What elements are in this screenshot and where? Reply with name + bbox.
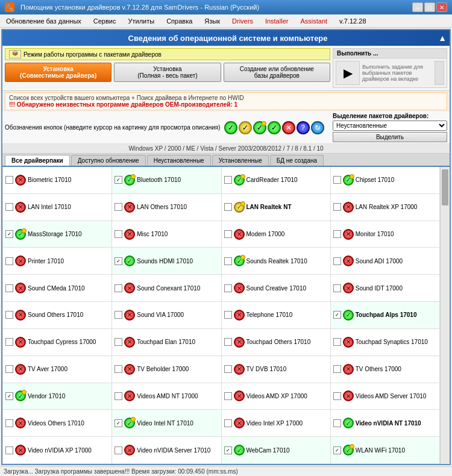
driver-cell[interactable]: ✕LAN Realtek XP 17000 — [331, 194, 440, 221]
driver-cell[interactable]: ✕Videos Others 17010 — [3, 410, 112, 437]
driver-checkbox[interactable] — [224, 392, 232, 400]
driver-checkbox[interactable] — [224, 176, 232, 184]
driver-checkbox[interactable] — [115, 284, 122, 292]
driver-cell[interactable]: ✕Videos AMD Server 17010 — [331, 383, 440, 410]
driver-cell[interactable]: ✕Sound VIA 17000 — [112, 302, 221, 329]
driver-cell[interactable]: ✕Modem 17000 — [222, 221, 331, 248]
mode-btn-full[interactable]: Установка(Полная - весь пакет) — [114, 63, 221, 82]
driver-checkbox[interactable] — [333, 257, 341, 265]
collapse-button[interactable]: ▲ — [438, 33, 447, 43]
driver-checkbox[interactable] — [333, 230, 341, 238]
driver-cell[interactable]: ✓Video nVIDIA NT 17010 — [331, 410, 440, 437]
driver-checkbox[interactable] — [5, 338, 13, 346]
driver-checkbox[interactable]: ✓ — [115, 257, 122, 265]
driver-cell[interactable]: ✕Sound Others 17010 — [3, 302, 112, 329]
driver-cell[interactable]: ✕TV DVB 17010 — [222, 356, 331, 383]
driver-checkbox[interactable] — [224, 257, 232, 265]
driver-checkbox[interactable] — [5, 419, 13, 427]
driver-checkbox[interactable]: ✓ — [5, 230, 13, 238]
mode-btn-compatible[interactable]: Установка(Совместимые драйвера) — [5, 63, 111, 82]
driver-cell[interactable]: ✕Biometric 17010 — [3, 167, 112, 194]
driver-cell[interactable]: ✕Touchpad Others 17010 — [222, 329, 331, 356]
driver-checkbox[interactable] — [333, 203, 341, 211]
driver-checkbox[interactable] — [333, 338, 341, 346]
driver-checkbox[interactable] — [115, 203, 122, 211]
driver-cell[interactable]: ✕Sound Conexant 17010 — [112, 275, 221, 302]
driver-cell[interactable]: ✓✓Video Intel NT 17010 — [112, 410, 221, 437]
driver-cell[interactable]: ✓✓WebCam 17010 — [222, 437, 331, 464]
driver-cell[interactable]: ✓LAN Realtek NT — [222, 194, 331, 221]
driver-checkbox[interactable] — [5, 365, 13, 373]
driver-checkbox[interactable] — [224, 338, 232, 346]
driver-checkbox[interactable] — [5, 311, 13, 319]
mode-btn-create[interactable]: Создание или обновлениебазы драйверов — [224, 63, 330, 82]
maximize-button[interactable]: □ — [424, 2, 435, 12]
driver-checkbox[interactable]: ✓ — [333, 311, 341, 319]
driver-checkbox[interactable]: ✓ — [224, 446, 232, 454]
driver-cell[interactable]: ✕Video Intel XP 17000 — [222, 410, 331, 437]
tab-all[interactable]: Все драйверпаки — [5, 155, 70, 166]
menu-utilities[interactable]: Утилиты — [124, 16, 158, 26]
driver-cell[interactable]: ✕Videos AMD XP 17000 — [222, 383, 331, 410]
tab-not-installed[interactable]: Неустановленные — [147, 155, 211, 166]
driver-cell[interactable]: ✕Monitor 17010 — [331, 221, 440, 248]
menu-update-db[interactable]: Обновление баз данных — [2, 16, 85, 26]
menu-help[interactable]: Справка — [163, 16, 196, 26]
driver-cell[interactable]: ✕TV Others 17000 — [331, 356, 440, 383]
driver-checkbox[interactable] — [224, 203, 232, 211]
driver-checkbox[interactable] — [224, 284, 232, 292]
driver-checkbox[interactable] — [5, 176, 13, 184]
menu-assistant[interactable]: Assistant — [297, 16, 331, 26]
driver-cell[interactable]: ✓✓Vendor 17010 — [3, 383, 112, 410]
menu-drivers[interactable]: Drivers — [228, 16, 257, 26]
menu-service[interactable]: Сервис — [90, 16, 120, 26]
driver-checkbox[interactable] — [333, 365, 341, 373]
driver-checkbox[interactable] — [115, 338, 122, 346]
driver-cell[interactable]: ✓Chipset 17010 — [331, 167, 440, 194]
driver-cell[interactable]: ✓Sounds Realtek 17010 — [222, 248, 331, 275]
driver-cell[interactable]: ✕Sound CMeda 17010 — [3, 275, 112, 302]
tab-no-db[interactable]: БД не создана — [270, 155, 324, 166]
driver-checkbox[interactable] — [333, 176, 341, 184]
driver-cell[interactable]: ✕Sound Creative 17010 — [222, 275, 331, 302]
scrollbar[interactable] — [440, 167, 450, 464]
driver-cell[interactable]: ✕TV Aver 17000 — [3, 356, 112, 383]
driver-checkbox[interactable]: ✓ — [5, 392, 13, 400]
driver-cell[interactable]: ✕LAN Others 17010 — [112, 194, 221, 221]
driver-checkbox[interactable] — [333, 392, 341, 400]
driver-cell[interactable]: ✕Telephone 17010 — [222, 302, 331, 329]
driver-checkbox[interactable] — [115, 365, 122, 373]
driver-checkbox[interactable] — [5, 284, 13, 292]
driver-cell[interactable]: ✕TV Beholder 17000 — [112, 356, 221, 383]
driver-checkbox[interactable] — [224, 365, 232, 373]
menu-language[interactable]: Язык — [201, 16, 224, 26]
select-button[interactable]: Выделить — [333, 132, 447, 142]
driver-cell[interactable]: ✓✓Bluetooth 17010 — [112, 167, 221, 194]
driver-checkbox[interactable] — [224, 419, 232, 427]
driver-cell[interactable]: ✓✓MassStorage 17010 — [3, 221, 112, 248]
scrollbar-thumb[interactable] — [442, 169, 448, 205]
driver-checkbox[interactable]: ✓ — [333, 446, 341, 454]
driver-cell[interactable]: ✕Misc 17010 — [112, 221, 221, 248]
driver-cell[interactable]: ✓✓Sounds HDMI 17010 — [112, 248, 221, 275]
tab-update[interactable]: Доступно обновление — [71, 155, 146, 166]
driver-cell[interactable]: ✕Printer 17010 — [3, 248, 112, 275]
driver-checkbox[interactable] — [224, 311, 232, 319]
driver-checkbox[interactable] — [115, 392, 122, 400]
driver-cell[interactable]: ✕Video nVIDIA Server 17010 — [112, 437, 221, 464]
selection-dropdown[interactable]: Неустановленные — [333, 121, 447, 131]
tab-installed[interactable]: Установленные — [212, 155, 269, 166]
driver-checkbox[interactable] — [115, 446, 122, 454]
driver-cell[interactable]: ✕Video nVIDIA XP 17000 — [3, 437, 112, 464]
driver-checkbox[interactable] — [5, 203, 13, 211]
driver-cell[interactable]: ✕LAN Intel 17010 — [3, 194, 112, 221]
driver-checkbox[interactable] — [5, 446, 13, 454]
driver-cell[interactable]: ✓✓WLAN WiFi 17010 — [331, 437, 440, 464]
close-button[interactable]: ✕ — [436, 2, 447, 12]
driver-checkbox[interactable] — [224, 230, 232, 238]
driver-cell[interactable]: ✕Videos AMD NT 17000 — [112, 383, 221, 410]
driver-cell[interactable]: ✕Touchpad Cypress 17000 — [3, 329, 112, 356]
driver-checkbox[interactable]: ✓ — [115, 419, 122, 427]
driver-cell[interactable]: ✕Sound IDT 17000 — [331, 275, 440, 302]
driver-cell[interactable]: ✓CardReader 17010 — [222, 167, 331, 194]
